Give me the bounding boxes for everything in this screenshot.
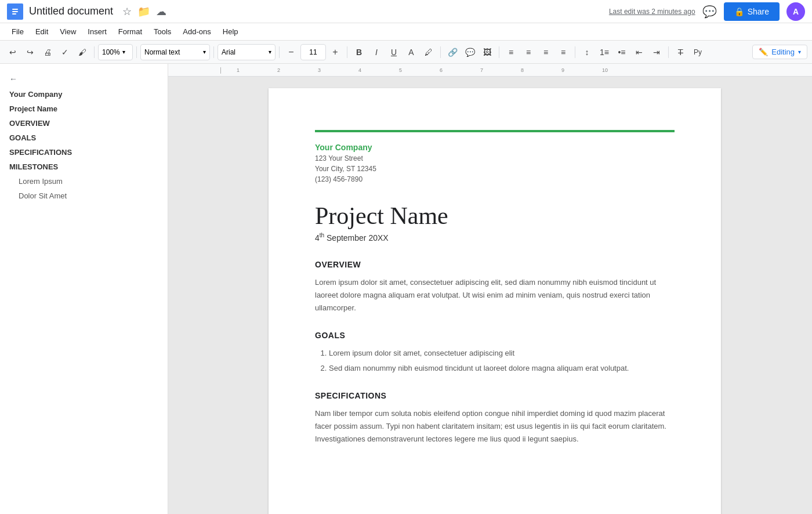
spellcheck-button[interactable]: ✓ bbox=[57, 44, 73, 60]
paint-format-button[interactable]: 🖌 bbox=[74, 44, 90, 60]
section-specifications-heading: SPECIFICATIONS bbox=[315, 391, 675, 400]
insert-image-button[interactable]: 🖼 bbox=[479, 44, 495, 60]
clear-formatting-button[interactable]: T̶ bbox=[672, 44, 688, 60]
insert-link-button[interactable]: 🔗 bbox=[444, 44, 461, 60]
document-title[interactable]: Untitled document bbox=[29, 5, 113, 17]
header-green-line bbox=[315, 130, 675, 132]
separator-6 bbox=[440, 46, 441, 58]
italic-button[interactable]: I bbox=[368, 44, 385, 60]
highlight-button[interactable]: 🖊 bbox=[420, 44, 437, 60]
chevron-down-icon: ▾ bbox=[269, 49, 271, 55]
title-bar-right: Last edit was 2 minutes ago 💬 🔒 Share A bbox=[609, 2, 805, 21]
document-content-area[interactable]: │ 1 2 3 4 5 6 7 8 9 10 Your Company 123 … bbox=[168, 64, 812, 514]
page-container: Your Company 123 Your Street Your City, … bbox=[168, 77, 812, 514]
document-page[interactable]: Your Company 123 Your Street Your City, … bbox=[269, 88, 721, 514]
menu-tools[interactable]: Tools bbox=[149, 26, 176, 38]
separator-7 bbox=[499, 46, 499, 58]
company-address-2: Your City, ST 12345 bbox=[315, 164, 675, 174]
python-macros-button[interactable]: Py bbox=[690, 44, 706, 60]
align-right-button[interactable]: ≡ bbox=[538, 44, 554, 60]
folder-icon[interactable]: 📁 bbox=[137, 5, 150, 18]
font-select[interactable]: Arial ▾ bbox=[217, 44, 276, 60]
menu-addons[interactable]: Add-ons bbox=[178, 26, 215, 38]
list-item: Sed diam nonummy nibh euismod tincidunt … bbox=[329, 362, 675, 375]
section-goals-heading: GOALS bbox=[315, 331, 675, 340]
separator-2 bbox=[136, 46, 137, 58]
sidebar: ← Your Company Project Name OVERVIEW GOA… bbox=[0, 64, 168, 514]
title-bar-icons: ☆ 📁 ☁ bbox=[122, 5, 166, 18]
menu-edit[interactable]: Edit bbox=[31, 26, 53, 38]
unordered-list-button[interactable]: •≡ bbox=[614, 44, 630, 60]
zoom-select[interactable]: 100% ▾ bbox=[98, 44, 133, 60]
menu-help[interactable]: Help bbox=[218, 26, 243, 38]
align-left-button[interactable]: ≡ bbox=[503, 44, 519, 60]
menu-file[interactable]: File bbox=[7, 26, 28, 38]
section-overview-body: Lorem ipsum dolor sit amet, consectetuer… bbox=[315, 276, 675, 314]
company-address-3: (123) 456-7890 bbox=[315, 174, 675, 184]
back-arrow-icon: ← bbox=[9, 74, 17, 84]
star-icon[interactable]: ☆ bbox=[122, 5, 132, 18]
main-layout: ← Your Company Project Name OVERVIEW GOA… bbox=[0, 64, 812, 514]
underline-button[interactable]: U bbox=[386, 44, 402, 60]
indent-increase-button[interactable]: ⇥ bbox=[648, 44, 665, 60]
cloud-icon[interactable]: ☁ bbox=[156, 5, 166, 18]
separator-8 bbox=[575, 46, 575, 58]
company-address-1: 123 Your Street bbox=[315, 153, 675, 164]
chat-icon[interactable]: 💬 bbox=[702, 5, 717, 19]
sidebar-item-overview[interactable]: OVERVIEW bbox=[0, 116, 168, 131]
editing-mode-button[interactable]: ✏️ Editing ▾ bbox=[752, 45, 807, 59]
menu-view[interactable]: View bbox=[55, 26, 81, 38]
separator-9 bbox=[668, 46, 669, 58]
toolbar: ↩ ↪ 🖨 ✓ 🖌 100% ▾ Normal text ▾ Arial ▾ −… bbox=[0, 41, 812, 64]
sidebar-item-goals[interactable]: GOALS bbox=[0, 131, 168, 145]
menu-insert[interactable]: Insert bbox=[83, 26, 111, 38]
separator-3 bbox=[213, 46, 214, 58]
separator-4 bbox=[279, 46, 280, 58]
ordered-list-button[interactable]: 1≡ bbox=[596, 44, 612, 60]
sidebar-back-button[interactable]: ← bbox=[0, 71, 168, 87]
paragraph-style-select[interactable]: Normal text ▾ bbox=[140, 44, 210, 60]
chevron-down-icon: ▾ bbox=[798, 49, 801, 55]
ruler: │ 1 2 3 4 5 6 7 8 9 10 bbox=[168, 64, 812, 77]
avatar[interactable]: A bbox=[786, 2, 805, 21]
docs-logo-icon bbox=[7, 3, 23, 20]
sidebar-item-specifications[interactable]: SPECIFICATIONS bbox=[0, 145, 168, 160]
share-button[interactable]: 🔒 Share bbox=[724, 2, 780, 21]
section-overview-heading: OVERVIEW bbox=[315, 260, 675, 269]
svg-rect-2 bbox=[12, 11, 18, 12]
chevron-down-icon: ▾ bbox=[203, 49, 206, 55]
list-item: Lorem ipsum dolor sit amet, consectetuer… bbox=[329, 347, 675, 360]
align-center-button[interactable]: ≡ bbox=[520, 44, 536, 60]
menu-bar: File Edit View Insert Format Tools Add-o… bbox=[0, 23, 812, 41]
separator-5 bbox=[347, 46, 347, 58]
bold-button[interactable]: B bbox=[351, 44, 367, 60]
insert-comment-button[interactable]: 💬 bbox=[462, 44, 478, 60]
redo-button[interactable]: ↪ bbox=[22, 44, 38, 60]
sidebar-item-milestones[interactable]: MILESTONES bbox=[0, 160, 168, 174]
pencil-icon: ✏️ bbox=[759, 48, 768, 56]
sidebar-item-dolor[interactable]: Dolor Sit Amet bbox=[0, 189, 168, 203]
font-color-button[interactable]: A bbox=[403, 44, 419, 60]
last-edit-label: Last edit was 2 minutes ago bbox=[609, 8, 695, 16]
company-name: Your Company bbox=[315, 143, 675, 152]
sidebar-item-project[interactable]: Project Name bbox=[0, 102, 168, 116]
print-button[interactable]: 🖨 bbox=[39, 44, 56, 60]
project-date: 4th September 20XX bbox=[315, 232, 675, 242]
font-size-decrease-button[interactable]: − bbox=[283, 44, 299, 60]
separator-1 bbox=[94, 46, 95, 58]
menu-format[interactable]: Format bbox=[114, 26, 147, 38]
font-size-input[interactable]: 11 bbox=[300, 44, 326, 60]
sidebar-item-company[interactable]: Your Company bbox=[0, 87, 168, 102]
project-title: Project Name bbox=[315, 202, 675, 230]
undo-button[interactable]: ↩ bbox=[5, 44, 21, 60]
font-size-increase-button[interactable]: + bbox=[327, 44, 343, 60]
svg-rect-3 bbox=[12, 13, 16, 15]
indent-decrease-button[interactable]: ⇤ bbox=[631, 44, 647, 60]
svg-rect-1 bbox=[12, 9, 18, 10]
line-spacing-button[interactable]: ↕ bbox=[579, 44, 595, 60]
title-bar: Untitled document ☆ 📁 ☁ Last edit was 2 … bbox=[0, 0, 812, 23]
align-justify-button[interactable]: ≡ bbox=[555, 44, 571, 60]
lock-icon: 🔒 bbox=[734, 7, 744, 16]
section-specifications-body: Nam liber tempor cum soluta nobis eleife… bbox=[315, 407, 675, 446]
sidebar-item-lorem[interactable]: Lorem Ipsum bbox=[0, 174, 168, 189]
